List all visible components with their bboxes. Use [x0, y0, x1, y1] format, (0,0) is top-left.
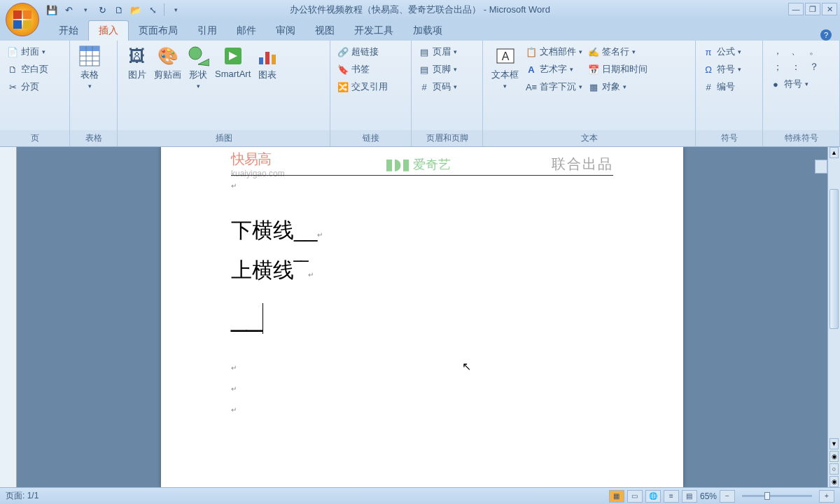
- quickparts-button[interactable]: 📋文档部件▾: [524, 43, 584, 60]
- paragraph-mark: ↵: [231, 182, 237, 190]
- sym-enumcomma[interactable]: 、: [791, 45, 801, 57]
- vertical-ruler[interactable]: [0, 147, 17, 487]
- picture-button[interactable]: 🖼图片: [123, 43, 151, 83]
- zoom-thumb[interactable]: [764, 492, 770, 500]
- header-separator: [231, 175, 613, 176]
- sym-semicolon[interactable]: ；: [773, 61, 783, 74]
- pagenum-button[interactable]: #页码▾: [417, 78, 458, 95]
- equation-button[interactable]: π公式▾: [701, 43, 743, 60]
- sym-question[interactable]: ？: [809, 61, 819, 74]
- open-icon[interactable]: 📂: [129, 3, 143, 17]
- zoom-level[interactable]: 65%: [700, 491, 717, 501]
- restore-button[interactable]: ❐: [805, 3, 820, 15]
- object-button[interactable]: ▦对象▾: [587, 78, 649, 95]
- smartart-icon: [222, 45, 244, 67]
- sym-colon[interactable]: ：: [791, 61, 801, 74]
- web-layout-view[interactable]: 🌐: [645, 490, 661, 503]
- crossref-icon: 🔀: [337, 81, 349, 92]
- sym-period[interactable]: 。: [809, 45, 819, 57]
- scroll-down-button[interactable]: ▼: [830, 438, 839, 449]
- undo-dropdown[interactable]: ▾: [78, 3, 92, 17]
- smartart-button[interactable]: SmartArt: [212, 43, 253, 80]
- group-text-label: 文本: [483, 130, 695, 146]
- sym-comma[interactable]: ，: [773, 45, 783, 57]
- equation-icon: π: [703, 46, 714, 57]
- prev-page-button[interactable]: ◉: [830, 451, 839, 462]
- scroll-thumb[interactable]: [830, 189, 839, 329]
- zoom-slider[interactable]: [742, 495, 812, 497]
- symbol-button[interactable]: Ω符号▾: [701, 61, 743, 78]
- scroll-up-button[interactable]: ▲: [830, 147, 839, 158]
- signature-button[interactable]: ✍签名行▾: [587, 43, 649, 60]
- blank-page-button[interactable]: 🗋空白页: [6, 61, 50, 78]
- page-status[interactable]: 页面: 1/1: [6, 490, 38, 502]
- tab-home[interactable]: 开始: [49, 21, 88, 41]
- browse-object-button[interactable]: ○: [830, 463, 839, 475]
- ruler-toggle[interactable]: [815, 160, 827, 174]
- clipart-button[interactable]: 🎨剪贴画: [151, 43, 184, 83]
- tab-view[interactable]: 视图: [305, 21, 344, 41]
- print-layout-view[interactable]: ▦: [609, 490, 624, 503]
- page-break-button[interactable]: ✂分页: [6, 78, 50, 95]
- redo-icon[interactable]: ↻: [95, 3, 109, 17]
- blank-page-icon: 🗋: [7, 64, 18, 75]
- select-tool-icon[interactable]: ⤡: [146, 3, 160, 17]
- svg-rect-1: [80, 46, 99, 51]
- window-title: 办公软件视频教程（快易高、爱奇艺联合出品） - Microsoft Word: [290, 4, 550, 16]
- document-viewport[interactable]: 快易高kuaiyigao.com ▮◗▮爱奇艺 联合出品 ↵ 下横线__↵ 上横…: [17, 147, 827, 487]
- tab-references[interactable]: 引用: [188, 21, 227, 41]
- dropcap-button[interactable]: A≡首字下沉▾: [524, 78, 584, 95]
- tab-developer[interactable]: 开发工具: [344, 21, 403, 41]
- document-body[interactable]: 下横线__↵ 上横线‾‾↵ __ ↵ ↵ ↵: [231, 210, 613, 406]
- table-button[interactable]: 表格▾: [76, 43, 104, 91]
- tab-insert[interactable]: 插入: [88, 20, 129, 41]
- footer-icon: ▤: [419, 64, 430, 75]
- outline-view[interactable]: ≡: [664, 490, 679, 503]
- wordart-icon: A: [526, 64, 537, 75]
- hyperlink-button[interactable]: 🔗超链接: [336, 43, 389, 60]
- tab-pagelayout[interactable]: 页面布局: [129, 21, 188, 41]
- symbol-icon: Ω: [703, 64, 714, 75]
- zoom-out-button[interactable]: −: [720, 490, 735, 503]
- group-pages-label: 页: [0, 130, 69, 146]
- group-special-label: 特殊符号: [763, 130, 839, 146]
- chart-button[interactable]: 图表: [253, 43, 281, 83]
- undo-icon[interactable]: ↶: [62, 3, 76, 17]
- table-icon: [78, 45, 101, 67]
- shapes-button[interactable]: 形状▾: [184, 43, 212, 91]
- datetime-button[interactable]: 📅日期和时间: [587, 61, 649, 78]
- qat-customize-dropdown[interactable]: ▾: [169, 3, 183, 17]
- tab-mailings[interactable]: 邮件: [227, 21, 266, 41]
- svg-text:A: A: [501, 50, 509, 62]
- tab-review[interactable]: 审阅: [266, 21, 305, 41]
- next-page-button[interactable]: ◉: [830, 476, 839, 487]
- help-icon[interactable]: ?: [820, 29, 832, 41]
- save-icon[interactable]: 💾: [45, 3, 59, 17]
- tab-addins[interactable]: 加载项: [403, 21, 452, 41]
- office-button[interactable]: [6, 3, 39, 36]
- cover-page-button[interactable]: 📄封面▾: [6, 43, 50, 60]
- chart-icon: [256, 45, 279, 67]
- minimize-button[interactable]: —: [788, 3, 804, 15]
- bookmark-button[interactable]: 🔖书签: [336, 61, 389, 78]
- document-page[interactable]: 快易高kuaiyigao.com ▮◗▮爱奇艺 联合出品 ↵ 下横线__↵ 上横…: [161, 147, 683, 487]
- group-symbols-label: 符号: [696, 130, 762, 146]
- crossref-button[interactable]: 🔀交叉引用: [336, 78, 389, 95]
- number-button[interactable]: #编号: [701, 78, 743, 95]
- draft-view[interactable]: ▤: [682, 490, 697, 503]
- special-symbol-button[interactable]: ●符号▾: [769, 76, 823, 92]
- new-doc-icon[interactable]: 🗋: [112, 3, 126, 17]
- signature-icon: ✍: [588, 46, 599, 57]
- svg-point-6: [189, 47, 202, 59]
- header-button[interactable]: ▤页眉▾: [417, 43, 458, 60]
- zoom-in-button[interactable]: +: [819, 490, 834, 503]
- fullscreen-view[interactable]: ▭: [627, 490, 643, 503]
- textbox-button[interactable]: A文本框▾: [489, 43, 522, 91]
- wordart-button[interactable]: A艺术字▾: [524, 61, 584, 78]
- close-button[interactable]: ✕: [822, 3, 837, 15]
- vertical-scrollbar[interactable]: ▲ ▼ ◉ ○ ◉: [827, 147, 840, 487]
- bookmark-icon: 🔖: [337, 64, 349, 75]
- svg-rect-10: [272, 55, 276, 64]
- hyperlink-icon: 🔗: [337, 46, 349, 57]
- footer-button[interactable]: ▤页脚▾: [417, 61, 458, 78]
